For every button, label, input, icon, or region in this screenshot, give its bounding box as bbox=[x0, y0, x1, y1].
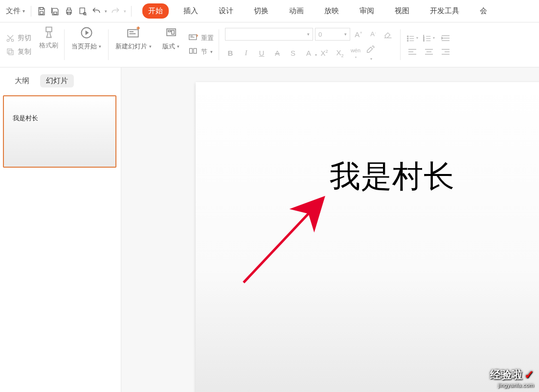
tab-start[interactable]: 开始 bbox=[142, 3, 169, 19]
svg-point-22 bbox=[407, 40, 408, 41]
svg-rect-2 bbox=[54, 12, 57, 14]
subscript-button[interactable]: X2 bbox=[335, 48, 345, 58]
clear-format-button[interactable] bbox=[382, 28, 394, 41]
thumbnail-list: 我是村长 bbox=[0, 92, 121, 171]
align-left-button[interactable] bbox=[406, 47, 418, 56]
svg-rect-9 bbox=[9, 50, 13, 55]
watermark-url: jingyanla.com bbox=[490, 382, 534, 388]
grow-font-button[interactable]: A+ bbox=[352, 28, 365, 41]
svg-line-26 bbox=[244, 199, 322, 283]
bullet-list-button[interactable]: ▾ bbox=[406, 34, 418, 43]
tab-view[interactable]: 视图 bbox=[389, 3, 415, 19]
watermark: 经验啦 ✓ jingyanla.com bbox=[490, 368, 534, 388]
strikethrough-button[interactable]: A bbox=[272, 49, 283, 57]
slide-canvas[interactable]: 我是村长 bbox=[121, 67, 539, 392]
new-slide-label: 新建幻灯片 bbox=[115, 42, 147, 51]
svg-point-20 bbox=[407, 36, 408, 37]
file-menu[interactable]: 文件 ▾ bbox=[2, 6, 29, 16]
svg-rect-11 bbox=[46, 27, 52, 32]
quick-access-icons: ▾ ▾ bbox=[33, 6, 129, 17]
tab-transition[interactable]: 切换 bbox=[248, 3, 274, 19]
slide-thumbnail-1[interactable]: 我是村长 bbox=[3, 95, 116, 168]
separator bbox=[131, 6, 132, 17]
ribbon-tabs: 开始 插入 设计 切换 动画 放映 审阅 视图 开发工具 会 bbox=[142, 3, 493, 19]
quick-access-toolbar: 文件 ▾ ▾ ▾ 开始 插入 设计 切换 动画 放映 审阅 视图 bbox=[0, 0, 539, 22]
svg-rect-1 bbox=[40, 11, 44, 14]
from-current-slide-button[interactable]: 当页开始▾ bbox=[67, 25, 106, 64]
redo-dropdown-icon[interactable]: ▾ bbox=[124, 9, 126, 14]
reset-button[interactable]: 重置 bbox=[188, 33, 214, 43]
clipboard-group: 剪切 复制 bbox=[3, 25, 34, 64]
thumbnail-title: 我是村长 bbox=[13, 114, 38, 122]
underline-button[interactable]: U bbox=[256, 49, 267, 57]
annotation-arrow-icon bbox=[239, 190, 337, 287]
watermark-brand: 经验啦 bbox=[490, 368, 522, 382]
panel-tab-outline[interactable]: 大纲 bbox=[9, 74, 35, 87]
print-icon[interactable] bbox=[64, 6, 74, 17]
save-as-icon[interactable] bbox=[50, 6, 61, 17]
cut-button[interactable]: 剪切 bbox=[6, 34, 31, 43]
reset-icon bbox=[188, 33, 198, 43]
separator bbox=[219, 29, 219, 60]
reset-label: 重置 bbox=[201, 34, 214, 43]
font-family-combo[interactable]: ▾ bbox=[225, 28, 313, 41]
slide-title-text[interactable]: 我是村长 bbox=[330, 155, 455, 197]
align-center-button[interactable] bbox=[423, 47, 435, 56]
tab-design[interactable]: 设计 bbox=[213, 3, 239, 19]
separator bbox=[108, 29, 109, 60]
align-right-button[interactable] bbox=[440, 47, 451, 56]
shrink-font-button[interactable]: A- bbox=[367, 28, 380, 41]
chevron-down-icon: ▾ bbox=[99, 44, 101, 49]
section-icon bbox=[188, 47, 198, 57]
svg-text:3: 3 bbox=[423, 40, 425, 42]
section-button[interactable]: 节 ▾ bbox=[188, 47, 214, 57]
number-list-button[interactable]: 123▾ bbox=[423, 34, 435, 43]
save-icon[interactable] bbox=[36, 6, 47, 17]
file-menu-label: 文件 bbox=[6, 6, 21, 16]
tab-insert[interactable]: 插入 bbox=[178, 3, 204, 19]
tab-slideshow[interactable]: 放映 bbox=[318, 3, 345, 19]
bold-button[interactable]: B bbox=[225, 49, 236, 57]
separator bbox=[400, 29, 401, 60]
svg-rect-13 bbox=[128, 30, 138, 37]
panel-tab-slides[interactable]: 幻灯片 bbox=[40, 74, 74, 87]
section-label: 节 bbox=[201, 47, 207, 56]
phonetic-button[interactable]: wén▾ bbox=[350, 47, 361, 59]
svg-rect-0 bbox=[40, 7, 44, 9]
superscript-button[interactable]: X2 bbox=[319, 49, 330, 57]
chevron-down-icon: ▾ bbox=[22, 8, 25, 14]
tab-developer[interactable]: 开发工具 bbox=[424, 3, 465, 19]
print-preview-icon[interactable] bbox=[77, 6, 88, 17]
layout-button[interactable]: 版式▾ bbox=[157, 25, 184, 64]
shadow-button[interactable]: S bbox=[288, 49, 298, 57]
indent-button[interactable] bbox=[440, 34, 451, 43]
copy-button[interactable]: 复制 bbox=[6, 47, 31, 56]
new-slide-button[interactable]: 新建幻灯片▾ bbox=[111, 25, 157, 64]
svg-rect-18 bbox=[190, 48, 193, 53]
play-icon bbox=[79, 25, 94, 40]
new-slide-icon bbox=[126, 25, 141, 40]
font-size-combo[interactable]: 0 ▾ bbox=[315, 28, 350, 41]
font-color-button[interactable]: A▾ bbox=[303, 49, 314, 57]
highlight-button[interactable]: ▾ bbox=[366, 44, 377, 62]
slide[interactable]: 我是村长 bbox=[196, 82, 539, 392]
reset-section-group: 重置 节 ▾ bbox=[185, 25, 217, 64]
undo-icon[interactable] bbox=[91, 6, 102, 17]
italic-button[interactable]: I bbox=[241, 49, 251, 57]
panel-tabs: 大纲 幻灯片 bbox=[0, 67, 121, 92]
svg-point-21 bbox=[407, 38, 408, 39]
tab-review[interactable]: 审阅 bbox=[354, 3, 380, 19]
layout-label: 版式 bbox=[162, 42, 175, 51]
tab-animation[interactable]: 动画 bbox=[283, 3, 310, 19]
svg-rect-10 bbox=[7, 49, 12, 53]
format-painter-button[interactable]: 格式刷 bbox=[35, 25, 62, 64]
shrink-font-icon: A- bbox=[370, 30, 376, 38]
svg-rect-16 bbox=[172, 30, 174, 34]
separator bbox=[64, 29, 65, 60]
paragraph-group: ▾ 123▾ bbox=[403, 25, 455, 64]
svg-rect-19 bbox=[194, 48, 197, 53]
redo-icon[interactable] bbox=[110, 6, 121, 17]
chevron-down-icon: ▾ bbox=[307, 32, 310, 37]
undo-dropdown-icon[interactable]: ▾ bbox=[105, 9, 107, 14]
tab-more[interactable]: 会 bbox=[474, 3, 493, 19]
